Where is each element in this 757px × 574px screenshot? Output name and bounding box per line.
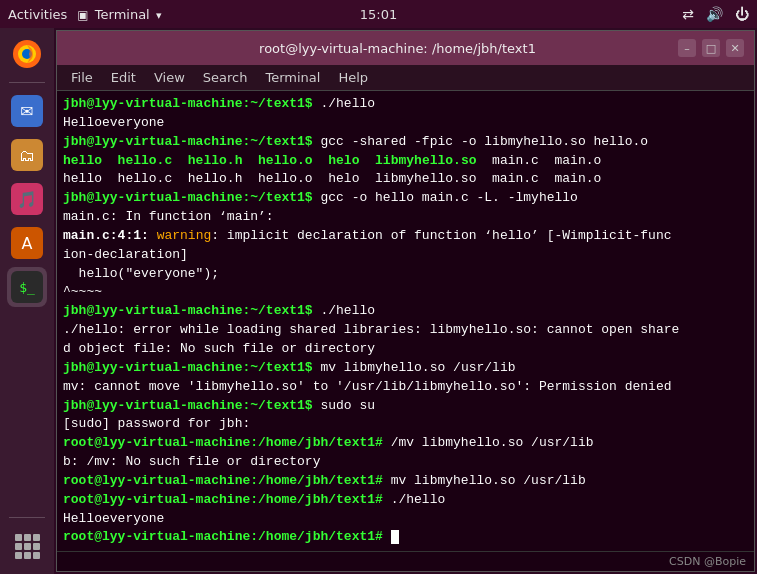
sidebar-bottom	[7, 513, 47, 574]
terminal-line: ion-declaration]	[63, 246, 748, 265]
terminal-output: ion-declaration]	[63, 247, 188, 262]
terminal-command: ./hello	[320, 96, 375, 111]
terminal-output: [sudo] password for jbh:	[63, 416, 250, 431]
window-controls: – □ ✕	[678, 39, 744, 57]
terminal-window: root@lyy-virtual-machine: /home/jbh/text…	[56, 30, 755, 572]
terminal-output: main.c: In function ‘main’:	[63, 209, 274, 224]
terminal-prompt: jbh@lyy-virtual-machine:~/text1$	[63, 360, 320, 375]
system-bar-right: ⇄ 🔊 ⏻	[682, 6, 749, 22]
terminal-output: ^~~~~	[63, 284, 102, 299]
terminal-line: ./hello: error while loading shared libr…	[63, 321, 748, 340]
activities-button[interactable]: Activities	[8, 7, 67, 22]
power-icon[interactable]: ⏻	[735, 6, 749, 22]
terminal-output: helo	[328, 153, 359, 168]
close-button[interactable]: ✕	[726, 39, 744, 57]
terminal-prompt: jbh@lyy-virtual-machine:~/text1$	[63, 96, 320, 111]
terminal-output: main.c main.o	[477, 153, 602, 168]
terminal-output: d object file: No such file or directory	[63, 341, 375, 356]
terminal-line: [sudo] password for jbh:	[63, 415, 748, 434]
menu-edit[interactable]: Edit	[103, 68, 144, 87]
menu-file[interactable]: File	[63, 68, 101, 87]
terminal-command: gcc -shared -fpic -o libmyhello.so hello…	[320, 134, 648, 149]
system-bar: Activities ▣ Terminal ▾ 15:01 ⇄ 🔊 ⏻	[0, 0, 757, 28]
maximize-button[interactable]: □	[702, 39, 720, 57]
terminal-cursor	[391, 530, 399, 544]
sidebar-item-firefox[interactable]	[7, 34, 47, 74]
terminal-prompt: jbh@lyy-virtual-machine:~/text1$	[63, 398, 320, 413]
terminal-output: libmyhello.so	[359, 153, 476, 168]
sidebar-item-terminal[interactable]: $_	[7, 267, 47, 307]
terminal-warning-label: warning	[157, 228, 212, 243]
terminal-output: mv: cannot move 'libmyhello.so' to '/usr…	[63, 379, 672, 394]
terminal-line: hello("everyone");	[63, 265, 748, 284]
terminal-prompt: root@lyy-virtual-machine:/home/jbh/text1…	[63, 473, 391, 488]
volume-icon[interactable]: 🔊	[706, 6, 723, 22]
menu-terminal[interactable]: Terminal	[257, 68, 328, 87]
terminal-command: mv libmyhello.so /usr/lib	[391, 473, 586, 488]
terminal-line: ^~~~~	[63, 283, 748, 302]
terminal-line: jbh@lyy-virtual-machine:~/text1$ ./hello	[63, 95, 748, 114]
sidebar-item-email[interactable]: ✉	[7, 91, 47, 131]
terminal-line: root@lyy-virtual-machine:/home/jbh/text1…	[63, 434, 748, 453]
terminal-command: ./hello	[320, 303, 375, 318]
chevron-down-icon: ▾	[156, 9, 162, 22]
terminal-output: hello hello.c hello.h hello.o	[63, 153, 328, 168]
terminal-titlebar: root@lyy-virtual-machine: /home/jbh/text…	[57, 31, 754, 65]
terminal-line: jbh@lyy-virtual-machine:~/text1$ sudo su	[63, 397, 748, 416]
terminal-output: hello hello.c hello.h hello.o helo libmy…	[63, 171, 601, 186]
terminal-output: b: /mv: No such file or directory	[63, 454, 320, 469]
terminal-line: mv: cannot move 'libmyhello.so' to '/usr…	[63, 378, 748, 397]
terminal-line: hello hello.c hello.h hello.o helo libmy…	[63, 152, 748, 171]
terminal-title: root@lyy-virtual-machine: /home/jbh/text…	[117, 41, 678, 56]
terminal-output: ./hello: error while loading shared libr…	[63, 322, 679, 337]
terminal-line: main.c: In function ‘main’:	[63, 208, 748, 227]
status-bar: CSDN @Bopie	[57, 551, 754, 571]
terminal-menubar: File Edit View Search Terminal Help	[57, 65, 754, 91]
terminal-content[interactable]: jbh@lyy-virtual-machine:~/text1$ ./hello…	[57, 91, 754, 551]
terminal-command: mv libmyhello.so /usr/lib	[320, 360, 515, 375]
terminal-command: ./hello	[391, 492, 446, 507]
sidebar: ✉ 🗂 🎵 A $_	[0, 28, 54, 574]
terminal-line: jbh@lyy-virtual-machine:~/text1$ mv libm…	[63, 359, 748, 378]
terminal-line: hello hello.c hello.h hello.o helo libmy…	[63, 170, 748, 189]
menu-view[interactable]: View	[146, 68, 193, 87]
terminal-command: /mv libmyhello.so /usr/lib	[391, 435, 594, 450]
terminal-prompt: jbh@lyy-virtual-machine:~/text1$	[63, 303, 320, 318]
sidebar-item-apps[interactable]	[7, 526, 47, 566]
terminal-line: Helloeveryone	[63, 114, 748, 133]
menu-help[interactable]: Help	[330, 68, 376, 87]
sidebar-divider-2	[9, 517, 45, 518]
terminal-output: Helloeveryone	[63, 511, 164, 526]
sidebar-item-music[interactable]: 🎵	[7, 179, 47, 219]
terminal-prompt: jbh@lyy-virtual-machine:~/text1$	[63, 190, 320, 205]
terminal-output: hello("everyone");	[63, 266, 219, 281]
terminal-prompt: root@lyy-virtual-machine:/home/jbh/text1…	[63, 529, 391, 544]
terminal-prompt: root@lyy-virtual-machine:/home/jbh/text1…	[63, 435, 391, 450]
terminal-command: gcc -o hello main.c -L. -lmyhello	[320, 190, 577, 205]
terminal-line: root@lyy-virtual-machine:/home/jbh/text1…	[63, 491, 748, 510]
terminal-line: root@lyy-virtual-machine:/home/jbh/text1…	[63, 472, 748, 491]
terminal-taskbar-item[interactable]: ▣ Terminal ▾	[77, 7, 161, 22]
terminal-line: Helloeveryone	[63, 510, 748, 529]
terminal-warning-text: : implicit declaration of function ‘hell…	[211, 228, 671, 243]
terminal-line: d object file: No such file or directory	[63, 340, 748, 359]
terminal-warning-location: main.c:4:1:	[63, 228, 157, 243]
terminal-line: jbh@lyy-virtual-machine:~/text1$ gcc -sh…	[63, 133, 748, 152]
main-container: ✉ 🗂 🎵 A $_	[0, 28, 757, 574]
terminal-line: jbh@lyy-virtual-machine:~/text1$ ./hello	[63, 302, 748, 321]
sidebar-item-files[interactable]: 🗂	[7, 135, 47, 175]
terminal-output: Helloeveryone	[63, 115, 164, 130]
menu-search[interactable]: Search	[195, 68, 256, 87]
terminal-prompt: root@lyy-virtual-machine:/home/jbh/text1…	[63, 492, 391, 507]
terminal-prompt: jbh@lyy-virtual-machine:~/text1$	[63, 134, 320, 149]
terminal-line: root@lyy-virtual-machine:/home/jbh/text1…	[63, 528, 748, 547]
status-text: CSDN @Bopie	[669, 555, 746, 568]
terminal-command: sudo su	[320, 398, 375, 413]
sidebar-divider-1	[9, 82, 45, 83]
terminal-line: b: /mv: No such file or directory	[63, 453, 748, 472]
system-clock: 15:01	[360, 7, 397, 22]
network-icon[interactable]: ⇄	[682, 6, 694, 22]
sidebar-item-software[interactable]: A	[7, 223, 47, 263]
minimize-button[interactable]: –	[678, 39, 696, 57]
terminal-line: main.c:4:1: warning: implicit declaratio…	[63, 227, 748, 246]
